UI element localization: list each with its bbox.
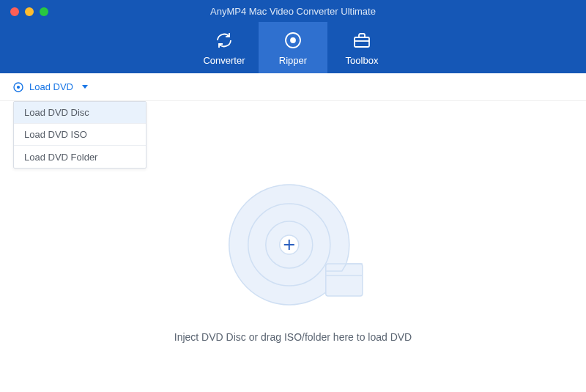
main-tabs: Converter Ripper Toolbox [190,22,396,73]
tab-toolbox[interactable]: Toolbox [327,22,396,73]
dropzone-prompt: Inject DVD Disc or drag ISO/folder here … [174,331,412,343]
tab-ripper-label: Ripper [279,55,307,66]
load-dvd-dropdown: Load DVD Disc Load DVD ISO Load DVD Fold… [13,101,146,169]
minimize-window-button[interactable] [25,7,34,16]
zoom-window-button[interactable] [40,7,48,16]
tab-converter[interactable]: Converter [190,22,259,73]
dropdown-item-load-dvd-disc[interactable]: Load DVD Disc [14,102,146,124]
dropdown-item-load-dvd-folder[interactable]: Load DVD Folder [14,146,146,168]
toolbox-icon [352,30,372,51]
svg-rect-12 [326,264,363,296]
svg-rect-2 [355,37,369,47]
chevron-down-icon [82,85,88,89]
tab-toolbox-label: Toolbox [346,55,379,66]
dropzone[interactable]: Inject DVD Disc or drag ISO/folder here … [174,179,412,343]
load-dvd-label: Load DVD [29,81,73,92]
disc-icon [13,82,23,92]
disc-plus-icon [216,179,370,311]
app-title: AnyMP4 Mac Video Converter Ultimate [210,6,376,17]
app-header: AnyMP4 Mac Video Converter Ultimate Conv… [0,0,586,73]
load-dvd-button[interactable]: Load DVD [13,81,88,92]
svg-point-5 [18,86,20,88]
ripper-icon [283,30,303,51]
close-window-button[interactable] [10,7,19,16]
dropdown-item-load-dvd-iso[interactable]: Load DVD ISO [14,124,146,146]
toolbar: Load DVD [0,73,586,101]
converter-icon [214,30,234,51]
tab-converter-label: Converter [203,55,245,66]
window-controls [10,7,48,16]
tab-ripper[interactable]: Ripper [259,22,327,73]
svg-point-1 [291,38,295,42]
